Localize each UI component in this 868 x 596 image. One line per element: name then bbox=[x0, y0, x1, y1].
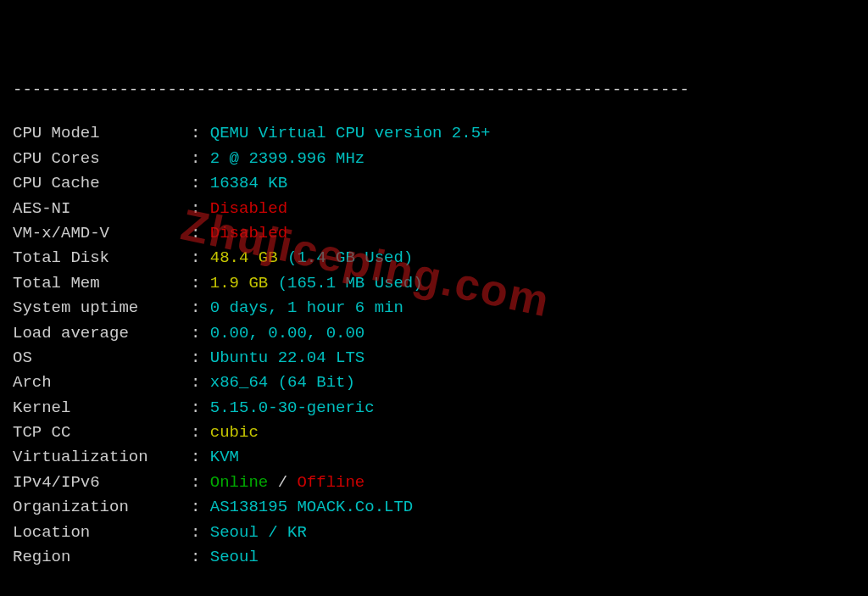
row-colon: : bbox=[191, 124, 210, 142]
row-value: (1.4 GB Used) bbox=[278, 248, 414, 267]
row-value: Disabled bbox=[210, 224, 287, 242]
row-value: 5.15.0-30-generic bbox=[210, 398, 375, 417]
row-colon: : bbox=[191, 248, 210, 267]
info-row: Total Mem : 1.9 GB (165.1 MB Used) bbox=[13, 271, 855, 296]
row-label: Total Disk bbox=[13, 246, 191, 270]
row-colon: : bbox=[191, 324, 210, 343]
row-value: AS138195 MOACK.Co.LTD bbox=[210, 498, 413, 516]
row-colon: : bbox=[191, 149, 210, 168]
row-label: Load average bbox=[13, 321, 191, 346]
row-colon: : bbox=[191, 199, 210, 218]
row-value: QEMU Virtual CPU version 2.5+ bbox=[210, 124, 491, 142]
row-value: 2 @ 2399.996 MHz bbox=[210, 149, 364, 168]
row-value: x86_64 (64 Bit) bbox=[210, 373, 355, 392]
row-value: Offline bbox=[297, 473, 364, 492]
info-row: Virtualization : KVM bbox=[13, 445, 855, 470]
row-value: 0.00, 0.00, 0.00 bbox=[210, 324, 364, 343]
info-row: Location : Seoul / KR bbox=[13, 521, 855, 545]
row-colon: : bbox=[191, 473, 210, 492]
divider-top: ----------------------------------------… bbox=[13, 78, 855, 103]
info-row: System uptime : 0 days, 1 hour 6 min bbox=[13, 296, 855, 320]
row-label: VM-x/AMD-V bbox=[13, 221, 191, 246]
row-colon: : bbox=[191, 523, 210, 542]
row-label: CPU Cache bbox=[13, 171, 191, 196]
system-info-section: CPU Model : QEMU Virtual CPU version 2.5… bbox=[13, 121, 855, 570]
info-row: IPv4/IPv6 : Online / Offline bbox=[13, 471, 855, 495]
row-colon: : bbox=[191, 373, 210, 392]
row-label: Kernel bbox=[13, 396, 191, 421]
row-label: Location bbox=[13, 521, 191, 545]
row-value: KVM bbox=[210, 448, 239, 466]
info-row: Region : Seoul bbox=[13, 545, 855, 570]
row-colon: : bbox=[191, 548, 210, 566]
info-row: Arch : x86_64 (64 Bit) bbox=[13, 370, 855, 395]
row-label: Organization bbox=[13, 495, 191, 520]
row-colon: : bbox=[191, 274, 210, 292]
row-value: Online bbox=[210, 473, 268, 492]
info-row: VM-x/AMD-V : Disabled bbox=[13, 221, 855, 246]
row-label: CPU Model bbox=[13, 121, 191, 146]
info-row: Kernel : 5.15.0-30-generic bbox=[13, 396, 855, 421]
row-value: 1.9 GB bbox=[210, 274, 268, 292]
row-colon: : bbox=[191, 498, 210, 516]
row-value: / bbox=[268, 473, 297, 492]
row-label: Total Mem bbox=[13, 271, 191, 296]
info-row: TCP CC : cubic bbox=[13, 421, 855, 445]
info-row: OS : Ubuntu 22.04 LTS bbox=[13, 346, 855, 370]
info-row: CPU Cores : 2 @ 2399.996 MHz bbox=[13, 147, 855, 171]
row-value: Seoul / KR bbox=[210, 523, 307, 542]
row-label: CPU Cores bbox=[13, 147, 191, 171]
row-colon: : bbox=[191, 348, 210, 367]
row-colon: : bbox=[191, 224, 210, 242]
row-value: Ubuntu 22.04 LTS bbox=[210, 348, 364, 367]
info-row: AES-NI : Disabled bbox=[13, 197, 855, 221]
row-value: 0 days, 1 hour 6 min bbox=[210, 298, 403, 317]
row-value: 48.4 GB bbox=[210, 248, 278, 267]
info-row: CPU Model : QEMU Virtual CPU version 2.5… bbox=[13, 121, 855, 146]
row-colon: : bbox=[191, 448, 210, 466]
row-label: Arch bbox=[13, 370, 191, 395]
info-row: Total Disk : 48.4 GB (1.4 GB Used) bbox=[13, 246, 855, 270]
row-label: IPv4/IPv6 bbox=[13, 471, 191, 495]
row-value: cubic bbox=[210, 423, 259, 442]
row-value: Disabled bbox=[210, 199, 287, 218]
info-row: Load average : 0.00, 0.00, 0.00 bbox=[13, 321, 855, 346]
row-colon: : bbox=[191, 298, 210, 317]
row-label: AES-NI bbox=[13, 197, 191, 221]
row-label: System uptime bbox=[13, 296, 191, 320]
row-value: (165.1 MB Used) bbox=[268, 274, 422, 292]
row-colon: : bbox=[191, 174, 210, 192]
row-label: OS bbox=[13, 346, 191, 370]
row-colon: : bbox=[191, 423, 210, 442]
row-colon: : bbox=[191, 398, 210, 417]
info-row: CPU Cache : 16384 KB bbox=[13, 171, 855, 196]
row-label: Virtualization bbox=[13, 445, 191, 470]
row-value: Seoul bbox=[210, 548, 259, 566]
divider-mid: ----------------------------------------… bbox=[13, 588, 855, 596]
info-row: Organization : AS138195 MOACK.Co.LTD bbox=[13, 495, 855, 520]
row-value: 16384 KB bbox=[210, 174, 287, 192]
row-label: TCP CC bbox=[13, 421, 191, 445]
row-label: Region bbox=[13, 545, 191, 570]
